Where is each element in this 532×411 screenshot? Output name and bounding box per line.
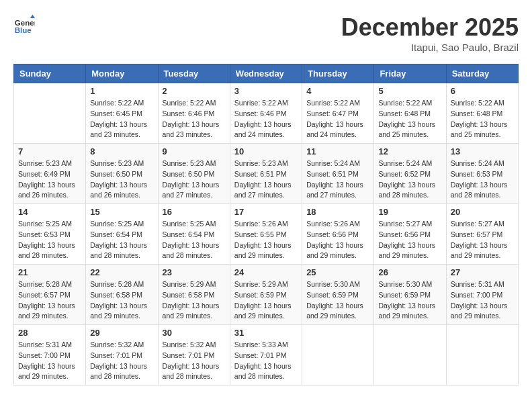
day-info: Sunrise: 5:32 AMSunset: 7:01 PMDaylight:…	[163, 340, 226, 382]
day-info: Sunrise: 5:22 AMSunset: 6:45 PMDaylight:…	[90, 98, 153, 140]
calendar-cell	[374, 325, 446, 385]
day-info: Sunrise: 5:26 AMSunset: 6:56 PMDaylight:…	[306, 219, 369, 261]
day-info: Sunrise: 5:23 AMSunset: 6:51 PMDaylight:…	[234, 158, 298, 201]
calendar-cell	[446, 325, 518, 385]
calendar-cell: 4Sunrise: 5:22 AMSunset: 6:47 PMDaylight…	[302, 83, 374, 144]
day-info: Sunrise: 5:32 AMSunset: 7:01 PMDaylight:…	[90, 340, 153, 382]
location-subtitle: Itapui, Sao Paulo, Brazil	[341, 42, 519, 53]
calendar-cell: 14Sunrise: 5:25 AMSunset: 6:53 PMDayligh…	[14, 204, 86, 265]
day-info: Sunrise: 5:22 AMSunset: 6:48 PMDaylight:…	[378, 98, 441, 140]
calendar-cell: 10Sunrise: 5:23 AMSunset: 6:51 PMDayligh…	[230, 144, 302, 204]
calendar-cell: 7Sunrise: 5:23 AMSunset: 6:49 PMDaylight…	[14, 144, 86, 204]
day-number: 11	[306, 146, 369, 156]
day-info: Sunrise: 5:27 AMSunset: 6:56 PMDaylight:…	[378, 219, 441, 261]
svg-marker-2	[30, 15, 35, 18]
calendar-cell: 5Sunrise: 5:22 AMSunset: 6:48 PMDaylight…	[374, 83, 446, 144]
day-number: 24	[234, 267, 298, 277]
calendar-cell: 26Sunrise: 5:30 AMSunset: 6:59 PMDayligh…	[374, 265, 446, 325]
logo-icon: General Blue	[13, 13, 35, 35]
day-info: Sunrise: 5:31 AMSunset: 7:00 PMDaylight:…	[451, 279, 514, 322]
month-year-title: December 2025	[341, 13, 519, 42]
day-number: 6	[451, 86, 514, 96]
day-info: Sunrise: 5:29 AMSunset: 6:58 PMDaylight:…	[163, 279, 226, 322]
calendar-cell: 8Sunrise: 5:23 AMSunset: 6:50 PMDaylight…	[86, 144, 158, 204]
title-block: December 2025 Itapui, Sao Paulo, Brazil	[341, 13, 519, 53]
calendar-cell: 12Sunrise: 5:24 AMSunset: 6:52 PMDayligh…	[374, 144, 446, 204]
calendar-cell: 22Sunrise: 5:28 AMSunset: 6:58 PMDayligh…	[86, 265, 158, 325]
calendar-cell: 17Sunrise: 5:26 AMSunset: 6:55 PMDayligh…	[230, 204, 302, 265]
calendar-body: 1Sunrise: 5:22 AMSunset: 6:45 PMDaylight…	[14, 83, 519, 385]
day-number: 16	[163, 207, 226, 217]
calendar-week-row: 7Sunrise: 5:23 AMSunset: 6:49 PMDaylight…	[14, 144, 519, 204]
day-info: Sunrise: 5:23 AMSunset: 6:49 PMDaylight:…	[18, 158, 81, 201]
day-number: 29	[90, 328, 153, 338]
weekday-header-cell: Tuesday	[158, 64, 230, 83]
day-info: Sunrise: 5:30 AMSunset: 6:59 PMDaylight:…	[378, 279, 441, 322]
calendar-week-row: 28Sunrise: 5:31 AMSunset: 7:00 PMDayligh…	[14, 325, 519, 385]
day-number: 10	[234, 146, 298, 156]
day-number: 30	[163, 328, 226, 338]
day-number: 28	[18, 328, 81, 338]
day-info: Sunrise: 5:22 AMSunset: 6:46 PMDaylight:…	[163, 98, 226, 140]
day-number: 12	[378, 146, 441, 156]
day-info: Sunrise: 5:26 AMSunset: 6:55 PMDaylight:…	[234, 219, 298, 261]
day-info: Sunrise: 5:29 AMSunset: 6:59 PMDaylight:…	[234, 279, 298, 322]
calendar-cell: 1Sunrise: 5:22 AMSunset: 6:45 PMDaylight…	[86, 83, 158, 144]
day-info: Sunrise: 5:24 AMSunset: 6:53 PMDaylight:…	[451, 158, 514, 201]
calendar-cell: 20Sunrise: 5:27 AMSunset: 6:57 PMDayligh…	[446, 204, 518, 265]
day-info: Sunrise: 5:22 AMSunset: 6:46 PMDaylight:…	[234, 98, 298, 140]
day-number: 15	[90, 207, 153, 217]
day-info: Sunrise: 5:25 AMSunset: 6:53 PMDaylight:…	[18, 219, 81, 261]
day-info: Sunrise: 5:24 AMSunset: 6:51 PMDaylight:…	[306, 158, 369, 201]
day-info: Sunrise: 5:31 AMSunset: 7:00 PMDaylight:…	[18, 340, 81, 382]
day-number: 18	[306, 207, 369, 217]
day-number: 27	[451, 267, 514, 277]
weekday-header-cell: Sunday	[14, 64, 86, 83]
calendar-cell: 21Sunrise: 5:28 AMSunset: 6:57 PMDayligh…	[14, 265, 86, 325]
day-info: Sunrise: 5:28 AMSunset: 6:58 PMDaylight:…	[90, 279, 153, 322]
page-header: General Blue December 2025 Itapui, Sao P…	[13, 13, 519, 53]
calendar-cell: 25Sunrise: 5:30 AMSunset: 6:59 PMDayligh…	[302, 265, 374, 325]
calendar-cell: 23Sunrise: 5:29 AMSunset: 6:58 PMDayligh…	[158, 265, 230, 325]
calendar-cell: 31Sunrise: 5:33 AMSunset: 7:01 PMDayligh…	[230, 325, 302, 385]
calendar-cell: 11Sunrise: 5:24 AMSunset: 6:51 PMDayligh…	[302, 144, 374, 204]
day-info: Sunrise: 5:27 AMSunset: 6:57 PMDaylight:…	[451, 219, 514, 261]
day-info: Sunrise: 5:23 AMSunset: 6:50 PMDaylight:…	[163, 158, 226, 201]
day-number: 7	[18, 146, 81, 156]
day-number: 13	[451, 146, 514, 156]
svg-text:General: General	[15, 19, 35, 27]
calendar-cell: 29Sunrise: 5:32 AMSunset: 7:01 PMDayligh…	[86, 325, 158, 385]
day-number: 4	[306, 86, 369, 96]
day-number: 1	[90, 86, 153, 96]
day-info: Sunrise: 5:30 AMSunset: 6:59 PMDaylight:…	[306, 279, 369, 322]
day-info: Sunrise: 5:25 AMSunset: 6:54 PMDaylight:…	[90, 219, 153, 261]
day-number: 3	[234, 86, 298, 96]
day-number: 31	[234, 328, 298, 338]
day-number: 17	[234, 207, 298, 217]
calendar-cell: 9Sunrise: 5:23 AMSunset: 6:50 PMDaylight…	[158, 144, 230, 204]
calendar-cell	[14, 83, 86, 144]
day-info: Sunrise: 5:22 AMSunset: 6:47 PMDaylight:…	[306, 98, 369, 140]
calendar-table: SundayMondayTuesdayWednesdayThursdayFrid…	[13, 64, 519, 385]
calendar-cell: 24Sunrise: 5:29 AMSunset: 6:59 PMDayligh…	[230, 265, 302, 325]
day-number: 2	[163, 86, 226, 96]
day-number: 25	[306, 267, 369, 277]
day-number: 21	[18, 267, 81, 277]
calendar-cell: 30Sunrise: 5:32 AMSunset: 7:01 PMDayligh…	[158, 325, 230, 385]
day-info: Sunrise: 5:22 AMSunset: 6:48 PMDaylight:…	[451, 98, 514, 140]
day-number: 26	[378, 267, 441, 277]
weekday-header-cell: Friday	[374, 64, 446, 83]
day-info: Sunrise: 5:23 AMSunset: 6:50 PMDaylight:…	[90, 158, 153, 201]
day-number: 19	[378, 207, 441, 217]
day-number: 20	[451, 207, 514, 217]
weekday-header-row: SundayMondayTuesdayWednesdayThursdayFrid…	[14, 64, 519, 83]
calendar-cell: 27Sunrise: 5:31 AMSunset: 7:00 PMDayligh…	[446, 265, 518, 325]
day-number: 8	[90, 146, 153, 156]
weekday-header-cell: Thursday	[302, 64, 374, 83]
calendar-week-row: 14Sunrise: 5:25 AMSunset: 6:53 PMDayligh…	[14, 204, 519, 265]
calendar-cell: 15Sunrise: 5:25 AMSunset: 6:54 PMDayligh…	[86, 204, 158, 265]
weekday-header-cell: Wednesday	[230, 64, 302, 83]
day-number: 14	[18, 207, 81, 217]
calendar-week-row: 1Sunrise: 5:22 AMSunset: 6:45 PMDaylight…	[14, 83, 519, 144]
calendar-cell: 2Sunrise: 5:22 AMSunset: 6:46 PMDaylight…	[158, 83, 230, 144]
